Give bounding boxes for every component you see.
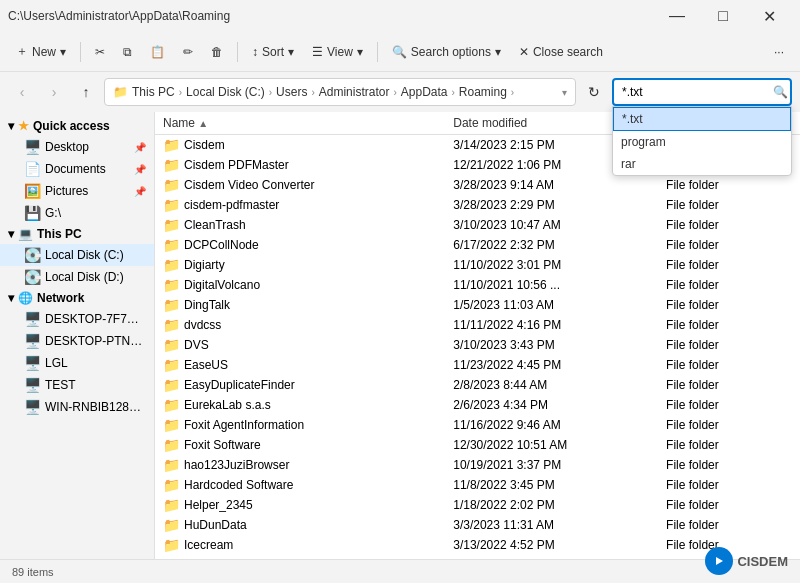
file-type: File folder bbox=[658, 435, 800, 455]
file-type: File folder bbox=[658, 415, 800, 435]
table-row[interactable]: 📁 DVS 3/10/2023 3:43 PM File folder bbox=[155, 335, 800, 355]
table-row[interactable]: 📁 DingTalk 1/5/2023 11:03 AM File folder bbox=[155, 295, 800, 315]
copy-button[interactable]: ⧉ bbox=[115, 36, 140, 68]
file-name: DVS bbox=[184, 338, 209, 352]
table-row[interactable]: 📁 Cisdem Video Converter 3/28/2023 9:14 … bbox=[155, 175, 800, 195]
path-part-thispc[interactable]: This PC bbox=[132, 85, 175, 99]
sidebar-item-documents-label: Documents bbox=[45, 162, 106, 176]
file-name: cisdem-pdfmaster bbox=[184, 198, 279, 212]
address-path-box[interactable]: 📁 This PC › Local Disk (C:) › Users › Ad… bbox=[104, 78, 576, 106]
sidebar-item-local-d[interactable]: 💽 Local Disk (D:) bbox=[0, 266, 154, 288]
sort-icon: ↕ bbox=[252, 45, 258, 59]
folder-icon: 📁 bbox=[163, 297, 180, 313]
table-row[interactable]: 📁 DigitalVolcano 11/10/2021 10:56 ... Fi… bbox=[155, 275, 800, 295]
path-part-localdisk-c[interactable]: Local Disk (C:) bbox=[186, 85, 265, 99]
new-icon: ＋ bbox=[16, 43, 28, 60]
table-row[interactable]: 📁 EurekaLab s.a.s 2/6/2023 4:34 PM File … bbox=[155, 395, 800, 415]
path-part-roaming[interactable]: Roaming bbox=[459, 85, 507, 99]
table-row[interactable]: 📁 CleanTrash 3/10/2023 10:47 AM File fol… bbox=[155, 215, 800, 235]
table-row[interactable]: 📁 ImTOO 11/11/2022 11:13 ... File folder bbox=[155, 555, 800, 559]
separator-1 bbox=[80, 42, 81, 62]
table-row[interactable]: 📁 HuDunData 3/3/2023 11:31 AM File folde… bbox=[155, 515, 800, 535]
search-submit-button[interactable]: 🔍 bbox=[773, 85, 788, 99]
computer-icon: 💻 bbox=[18, 227, 33, 241]
network-pc2-icon: 🖥️ bbox=[24, 333, 41, 349]
autocomplete-item-txt[interactable]: *.txt bbox=[613, 107, 791, 131]
sidebar-item-desktop[interactable]: 🖥️ Desktop 📌 bbox=[0, 136, 154, 158]
autocomplete-item-rar[interactable]: rar bbox=[613, 153, 791, 175]
quick-access-header[interactable]: ▾ ★ Quick access bbox=[0, 116, 154, 136]
table-row[interactable]: 📁 Digiarty 11/10/2022 3:01 PM File folde… bbox=[155, 255, 800, 275]
table-row[interactable]: 📁 dvdcss 11/11/2022 4:16 PM File folder bbox=[155, 315, 800, 335]
file-date: 3/3/2023 11:31 AM bbox=[445, 515, 658, 535]
sidebar-item-desktop2[interactable]: 🖥️ DESKTOP-PTNEDKB bbox=[0, 330, 154, 352]
cut-button[interactable]: ✂ bbox=[87, 36, 113, 68]
minimize-button[interactable]: — bbox=[654, 0, 700, 32]
file-type: File folder bbox=[658, 475, 800, 495]
table-row[interactable]: 📁 Helper_2345 1/18/2022 2:02 PM File fol… bbox=[155, 495, 800, 515]
file-name: Hardcoded Software bbox=[184, 478, 293, 492]
sidebar-item-test-label: TEST bbox=[45, 378, 76, 392]
table-row[interactable]: 📁 hao123JuziBrowser 10/19/2021 3:37 PM F… bbox=[155, 455, 800, 475]
sidebar-item-local-d-label: Local Disk (D:) bbox=[45, 270, 124, 284]
path-part-administrator[interactable]: Administrator bbox=[319, 85, 390, 99]
table-row[interactable]: 📁 DCPCollNode 6/17/2022 2:32 PM File fol… bbox=[155, 235, 800, 255]
file-name: DCPCollNode bbox=[184, 238, 259, 252]
file-name: DingTalk bbox=[184, 298, 230, 312]
path-part-users[interactable]: Users bbox=[276, 85, 307, 99]
sidebar-item-local-c[interactable]: 💽 Local Disk (C:) bbox=[0, 244, 154, 266]
table-row[interactable]: 📁 Foxit AgentInformation 11/16/2022 9:46… bbox=[155, 415, 800, 435]
sidebar-item-test[interactable]: 🖥️ TEST bbox=[0, 374, 154, 396]
sidebar-item-network1-label: DESKTOP-7F7CL7F bbox=[45, 312, 146, 326]
rename-icon: ✏ bbox=[183, 45, 193, 59]
sidebar-item-desktop1[interactable]: 🖥️ DESKTOP-7F7CL7F bbox=[0, 308, 154, 330]
file-type: File folder bbox=[658, 215, 800, 235]
path-part-appdata[interactable]: AppData bbox=[401, 85, 448, 99]
paste-button[interactable]: 📋 bbox=[142, 36, 173, 68]
file-date: 11/8/2022 3:45 PM bbox=[445, 475, 658, 495]
column-header-name[interactable]: Name ▲ bbox=[155, 112, 445, 135]
back-button[interactable]: ‹ bbox=[8, 78, 36, 106]
folder-icon: 📁 bbox=[163, 377, 180, 393]
file-name: EurekaLab s.a.s bbox=[184, 398, 271, 412]
file-date: 3/28/2023 9:14 AM bbox=[445, 175, 658, 195]
item-count: 89 items bbox=[12, 566, 54, 578]
sidebar-item-win[interactable]: 🖥️ WIN-RNBIB12885G bbox=[0, 396, 154, 418]
up-button[interactable]: ↑ bbox=[72, 78, 100, 106]
sort-button[interactable]: ↕ Sort ▾ bbox=[244, 36, 302, 68]
paste-icon: 📋 bbox=[150, 45, 165, 59]
more-button[interactable]: ··· bbox=[766, 36, 792, 68]
network-header[interactable]: ▾ 🌐 Network bbox=[0, 288, 154, 308]
table-row[interactable]: 📁 Foxit Software 12/30/2022 10:51 AM Fil… bbox=[155, 435, 800, 455]
search-input[interactable] bbox=[612, 78, 792, 106]
view-button[interactable]: ☰ View ▾ bbox=[304, 36, 371, 68]
table-row[interactable]: 📁 cisdem-pdfmaster 3/28/2023 2:29 PM Fil… bbox=[155, 195, 800, 215]
title-path: C:\Users\Administrator\AppData\Roaming bbox=[8, 9, 654, 23]
search-options-button[interactable]: 🔍 Search options ▾ bbox=[384, 36, 509, 68]
new-button[interactable]: ＋ New ▾ bbox=[8, 36, 74, 68]
table-row[interactable]: 📁 Hardcoded Software 11/8/2022 3:45 PM F… bbox=[155, 475, 800, 495]
close-button[interactable]: ✕ bbox=[746, 0, 792, 32]
sidebar-item-lgl[interactable]: 🖥️ LGL bbox=[0, 352, 154, 374]
rename-button[interactable]: ✏ bbox=[175, 36, 201, 68]
delete-button[interactable]: 🗑 bbox=[203, 36, 231, 68]
close-search-button[interactable]: ✕ Close search bbox=[511, 36, 611, 68]
forward-button[interactable]: › bbox=[40, 78, 68, 106]
sidebar-item-pictures[interactable]: 🖼️ Pictures 📌 bbox=[0, 180, 154, 202]
file-name: EaseUS bbox=[184, 358, 228, 372]
folder-icon: 📁 bbox=[113, 85, 128, 99]
cisdem-logo: CISDEM bbox=[705, 547, 788, 575]
table-row[interactable]: 📁 EasyDuplicateFinder 2/8/2023 8:44 AM F… bbox=[155, 375, 800, 395]
file-name: Foxit AgentInformation bbox=[184, 418, 304, 432]
table-row[interactable]: 📁 EaseUS 11/23/2022 4:45 PM File folder bbox=[155, 355, 800, 375]
sidebar-item-documents[interactable]: 📄 Documents 📌 bbox=[0, 158, 154, 180]
refresh-button[interactable]: ↻ bbox=[580, 78, 608, 106]
table-row[interactable]: 📁 Icecream 3/13/2022 4:52 PM File folder bbox=[155, 535, 800, 555]
folder-icon: 📁 bbox=[163, 157, 180, 173]
quick-access-chevron-icon: ▾ bbox=[8, 119, 14, 133]
autocomplete-item-program[interactable]: program bbox=[613, 131, 791, 153]
path-chevron-icon: ▾ bbox=[562, 87, 567, 98]
this-pc-header[interactable]: ▾ 💻 This PC bbox=[0, 224, 154, 244]
sidebar-item-g-drive[interactable]: 💾 G:\ bbox=[0, 202, 154, 224]
maximize-button[interactable]: □ bbox=[700, 0, 746, 32]
